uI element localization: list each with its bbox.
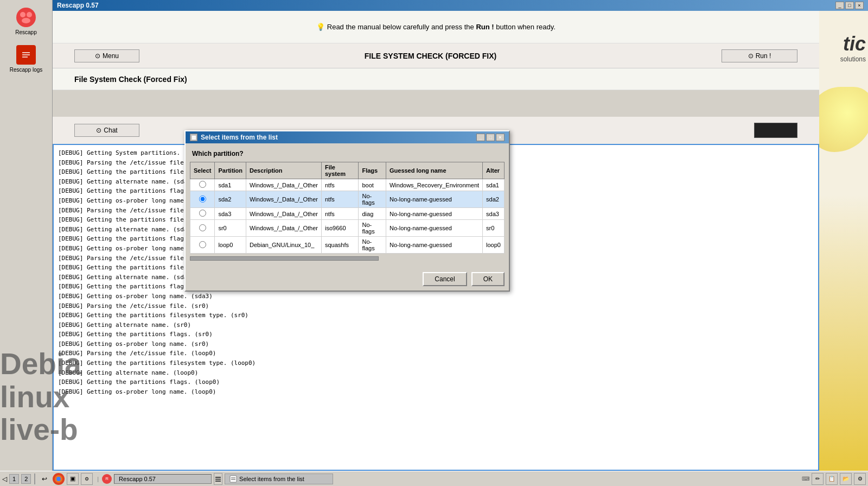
cell-0: sda1: [215, 179, 246, 191]
cell-5: sda3: [483, 208, 505, 220]
svg-rect-11: [215, 478, 221, 479]
svg-rect-10: [215, 477, 221, 478]
cell-0: sda2: [215, 191, 246, 208]
taskbar-btn-1[interactable]: ✏: [812, 473, 824, 485]
svg-point-9: [56, 477, 61, 481]
partition-radio-sr0[interactable]: [199, 224, 206, 231]
taskbar-list-icon[interactable]: [214, 473, 222, 485]
modal-maximize-btn[interactable]: □: [486, 134, 495, 141]
cell-0: sr0: [215, 220, 246, 237]
cell-4: No-long-name-guessed: [386, 191, 482, 208]
taskbar: ◁ 1 2 ↩ ▣ ⚙ | R Rescapp 0.57 Select item…: [0, 471, 868, 486]
modal-titlebar: ▦ Select items from the list _ □ ×: [186, 131, 509, 143]
keyboard-icon: ⌨: [802, 476, 809, 482]
taskbar-terminal-icon[interactable]: ▣: [67, 473, 79, 485]
cell-0: loop0: [215, 237, 246, 254]
taskbar-btn-4[interactable]: ⚙: [854, 473, 866, 485]
cell-2: ntfs: [322, 179, 359, 191]
cell-5: sda1: [483, 179, 505, 191]
table-row[interactable]: loop0Debian_GNU/Linux_10_squashfsNo-flag…: [190, 237, 505, 254]
modal-dialog: ▦ Select items from the list _ □ × Which…: [184, 130, 510, 292]
taskbar-rescapp-icon: R: [102, 474, 112, 484]
modal-content: Which partition? Select Partition Descri…: [186, 143, 509, 268]
partition-radio-sda3[interactable]: [199, 210, 206, 217]
partition-radio-loop0[interactable]: [199, 241, 206, 248]
cell-2: squashfs: [322, 237, 359, 254]
cell-5: sr0: [483, 220, 505, 237]
col-flags: Flags: [359, 162, 386, 179]
scrollbar-thumb[interactable]: [190, 256, 379, 261]
cell-2: ntfs: [322, 208, 359, 220]
cell-3: diag: [359, 208, 386, 220]
modal-question: Which partition?: [190, 148, 505, 162]
taskbar-gear-icon[interactable]: ⚙: [81, 473, 93, 485]
select-items-taskbar-btn[interactable]: Select items from the list: [225, 474, 333, 484]
modal-icon: ▦: [190, 134, 197, 141]
svg-rect-12: [215, 481, 221, 482]
col-filesystem: File system: [322, 162, 359, 179]
cell-3: No-flags: [359, 237, 386, 254]
table-row[interactable]: sda3Windows_/_Data_/_OtherntfsdiagNo-lon…: [190, 208, 505, 220]
cell-1: Debian_GNU/Linux_10_: [246, 237, 322, 254]
modal-overlay: ▦ Select items from the list _ □ × Which…: [0, 0, 868, 486]
taskbar-right: ⌨ ✏ 📋 📂 ⚙: [802, 473, 866, 485]
cell-3: No-flags: [359, 220, 386, 237]
taskbar-left: ◁ 1 2 ↩ ▣ ⚙ | R Rescapp 0.57 Select item…: [2, 473, 333, 485]
taskbar-app-btn[interactable]: Rescapp 0.57: [114, 474, 212, 484]
col-partition: Partition: [215, 162, 246, 179]
taskbar-app-label: Rescapp 0.57: [119, 476, 156, 482]
cell-1: Windows_/_Data_/_Other: [246, 179, 322, 191]
cell-1: Windows_/_Data_/_Other: [246, 208, 322, 220]
modal-minimize-btn[interactable]: _: [476, 134, 485, 141]
col-alter: Alter: [483, 162, 505, 179]
cell-1: Windows_/_Data_/_Other: [246, 191, 322, 208]
cell-0: sda3: [215, 208, 246, 220]
cell-3: No-flags: [359, 191, 386, 208]
select-items-taskbar-label: Select items from the list: [239, 476, 304, 482]
table-row[interactable]: sda1Windows_/_Data_/_OtherntfsbootWindow…: [190, 179, 505, 191]
ok-button[interactable]: OK: [471, 272, 505, 286]
col-select: Select: [190, 162, 215, 179]
taskbar-firefox-icon[interactable]: [53, 473, 65, 485]
cell-5: loop0: [483, 237, 505, 254]
cell-3: boot: [359, 179, 386, 191]
col-guessed: Guessed long name: [386, 162, 482, 179]
taskbar-arrow-icon[interactable]: ◁: [2, 475, 7, 483]
cell-4: No-long-name-guessed: [386, 220, 482, 237]
table-row[interactable]: sr0Windows_/_Data_/_Otheriso9660No-flags…: [190, 220, 505, 237]
partition-table: Select Partition Description File system…: [190, 162, 505, 254]
modal-scrollbar[interactable]: [190, 256, 505, 261]
taskbar-num-1[interactable]: 1: [9, 474, 19, 484]
taskbar-separator: [34, 474, 35, 484]
table-row[interactable]: sda2Windows_/_Data_/_OtherntfsNo-flagsNo…: [190, 191, 505, 208]
col-description: Description: [246, 162, 322, 179]
modal-close-btn[interactable]: ×: [496, 134, 505, 141]
partition-radio-sda1[interactable]: [199, 181, 206, 188]
cell-4: No-long-name-guessed: [386, 208, 482, 220]
cell-4: No-long-name-guessed: [386, 237, 482, 254]
modal-title: Select items from the list: [201, 134, 278, 141]
cell-5: sda2: [483, 191, 505, 208]
svg-rect-13: [230, 476, 237, 482]
cancel-button[interactable]: Cancel: [423, 272, 467, 286]
taskbar-num-2[interactable]: 2: [21, 474, 31, 484]
cell-1: Windows_/_Data_/_Other: [246, 220, 322, 237]
taskbar-separator2: |: [97, 476, 99, 482]
taskbar-arrow2-icon[interactable]: ↩: [39, 473, 50, 485]
modal-footer: Cancel OK: [186, 268, 509, 291]
partition-radio-sda2[interactable]: [199, 195, 206, 203]
taskbar-btn-2[interactable]: 📋: [826, 473, 838, 485]
cell-4: Windows_Recovery_Environment: [386, 179, 482, 191]
taskbar-btn-3[interactable]: 📂: [840, 473, 852, 485]
cell-2: iso9660: [322, 220, 359, 237]
cell-2: ntfs: [322, 191, 359, 208]
